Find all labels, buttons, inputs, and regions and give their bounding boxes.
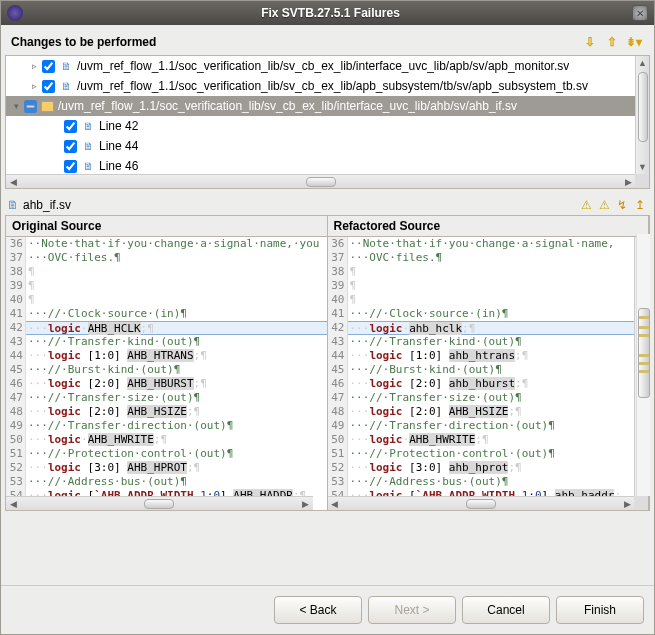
line-number: 45 [328, 363, 348, 377]
goto-next-icon[interactable]: ↯ [614, 197, 630, 213]
code-line: 39¶ [328, 279, 635, 293]
code-text: ···logic·AHB_HWRITE;¶ [26, 433, 327, 447]
line-number: 43 [328, 335, 348, 349]
code-text: ···//·Protection·control·(out)¶ [26, 447, 327, 461]
line-number: 42 [328, 321, 348, 335]
code-line: 36··Note·that·if·you·change·a·signal·nam… [328, 237, 635, 251]
window-title: Fix SVTB.27.5.1 Failures [29, 6, 632, 20]
code-line: 37···OVC·files.¶ [6, 251, 327, 265]
twisty-icon[interactable]: ▹ [28, 60, 40, 72]
tree-file-item[interactable]: ▹🗎/uvm_ref_flow_1.1/soc_verification_lib… [6, 76, 635, 96]
left-header: Original Source [6, 216, 327, 237]
tree-checkbox[interactable] [64, 120, 77, 133]
file-tab: 🗎 ahb_if.sv [7, 198, 71, 212]
code-text: ···logic [3:0] ahb_hprot;¶ [348, 461, 635, 475]
warning-icon[interactable]: ⚠ [578, 197, 594, 213]
next-change-icon[interactable]: ⇩ [580, 33, 600, 51]
code-line: 38¶ [328, 265, 635, 279]
tree-file-item[interactable]: ▹🗎/uvm_ref_flow_1.1/soc_verification_lib… [6, 56, 635, 76]
code-line: 41···//·Clock·source·(in)¶ [328, 307, 635, 321]
prev-change-icon[interactable]: ⇧ [602, 33, 622, 51]
goto-prev-icon[interactable]: ↥ [632, 197, 648, 213]
tree-checkbox[interactable] [64, 140, 77, 153]
right-header: Refactored Source [328, 216, 649, 237]
tree-line-item[interactable]: 🗎Line 46 [6, 156, 635, 174]
scroll-right-icon[interactable]: ▶ [620, 497, 634, 511]
finish-button[interactable]: Finish [556, 596, 644, 624]
overview-thumb[interactable] [638, 308, 650, 398]
tree-item-label: /uvm_ref_flow_1.1/soc_verification_lib/s… [77, 59, 569, 73]
filter-dropdown-icon[interactable]: ⇟▾ [624, 33, 644, 51]
tree-checkbox[interactable] [42, 80, 55, 93]
cancel-button[interactable]: Cancel [462, 596, 550, 624]
code-line: 38¶ [6, 265, 327, 279]
code-text: ···logic [1:0] AHB_HTRANS;¶ [26, 349, 327, 363]
line-number: 44 [6, 349, 26, 363]
left-pane: Original Source 36··Note·that·if·you·cha… [6, 216, 328, 510]
right-hscrollbar[interactable]: ◀ ▶ [328, 496, 635, 510]
tree-checkbox[interactable] [64, 160, 77, 173]
scroll-right-icon[interactable]: ▶ [299, 497, 313, 511]
warning2-icon[interactable]: ⚠ [596, 197, 612, 213]
close-icon[interactable]: ✕ [632, 5, 648, 21]
tree-checkbox[interactable] [42, 60, 55, 73]
tree-line-item[interactable]: 🗎Line 44 [6, 136, 635, 156]
line-number: 38 [328, 265, 348, 279]
scroll-thumb[interactable] [638, 72, 648, 142]
line-number: 45 [6, 363, 26, 377]
back-button[interactable]: < Back [274, 596, 362, 624]
code-text: ···//·Transfer·size·(out)¶ [26, 391, 327, 405]
scroll-right-icon[interactable]: ▶ [621, 175, 635, 189]
scroll-left-icon[interactable]: ◀ [6, 175, 20, 189]
line-number: 38 [6, 265, 26, 279]
tree-vscrollbar[interactable]: ▲ ▼ [635, 56, 649, 174]
tree-checkbox[interactable] [24, 100, 37, 113]
scroll-hthumb[interactable] [144, 499, 174, 509]
right-code-area[interactable]: 36··Note·that·if·you·change·a·signal·nam… [328, 237, 649, 510]
line-number: 51 [6, 447, 26, 461]
scroll-hthumb[interactable] [466, 499, 496, 509]
line-number: 40 [328, 293, 348, 307]
code-text: ···logic [`AHB_ADDR_WIDTH-1:0] ahb_haddr… [348, 489, 635, 496]
scroll-left-icon[interactable]: ◀ [6, 497, 20, 511]
folder-icon [41, 101, 54, 112]
tree-file-item[interactable]: ▾/uvm_ref_flow_1.1/soc_verification_lib/… [6, 96, 635, 116]
scroll-up-icon[interactable]: ▲ [636, 56, 650, 70]
code-line: 45···//·Burst·kind·(out)¶ [6, 363, 327, 377]
line-number: 37 [6, 251, 26, 265]
tree-item-label: /uvm_ref_flow_1.1/soc_verification_lib/s… [77, 79, 588, 93]
line-number: 53 [328, 475, 348, 489]
tree-item-label: Line 42 [99, 119, 138, 133]
titlebar[interactable]: Fix SVTB.27.5.1 Failures ✕ [1, 1, 654, 25]
tree-line-item[interactable]: 🗎Line 42 [6, 116, 635, 136]
code-line: 37···OVC·files.¶ [328, 251, 635, 265]
code-text: ···logic [`AHB_ADDR_WIDTH-1:0] AHB_HADDR… [26, 489, 327, 496]
tree-viewport[interactable]: ▹🗎/uvm_ref_flow_1.1/soc_verification_lib… [6, 56, 635, 174]
line-number: 50 [328, 433, 348, 447]
left-hscrollbar[interactable]: ◀ ▶ [6, 496, 313, 510]
next-button: Next > [368, 596, 456, 624]
line-number: 47 [6, 391, 26, 405]
file-icon: 🗎 [81, 119, 95, 133]
code-line: 45···//·Burst·kind·(out)¶ [328, 363, 635, 377]
code-text: ···//·Address·bus·(out)¶ [348, 475, 635, 489]
code-text: ···logic [3:0] AHB_HPROT;¶ [26, 461, 327, 475]
code-line: 41···//·Clock·source·(in)¶ [6, 307, 327, 321]
file-icon: 🗎 [59, 79, 73, 93]
scroll-down-icon[interactable]: ▼ [636, 160, 650, 174]
overview-ruler[interactable] [636, 234, 650, 496]
code-line: 54···logic [`AHB_ADDR_WIDTH-1:0] ahb_had… [328, 489, 635, 496]
tree-hscrollbar[interactable]: ◀ ▶ [6, 174, 635, 188]
code-line: 52···logic [3:0] AHB_HPROT;¶ [6, 461, 327, 475]
file-tab-row: 🗎 ahb_if.sv ⚠ ⚠ ↯ ↥ [1, 193, 654, 215]
twisty-icon[interactable]: ▹ [28, 80, 40, 92]
left-code-area[interactable]: 36··Note·that·if·you·change·a·signal·nam… [6, 237, 327, 510]
scroll-left-icon[interactable]: ◀ [328, 497, 342, 511]
scroll-hthumb[interactable] [306, 177, 336, 187]
twisty-icon[interactable]: ▾ [10, 100, 22, 112]
code-line: 50···logic·AHB_HWRITE;¶ [328, 433, 635, 447]
code-line: 43···//·Transfer·kind·(out)¶ [6, 335, 327, 349]
code-text: ¶ [26, 293, 327, 307]
code-text: ¶ [348, 279, 635, 293]
line-number: 54 [328, 489, 348, 496]
